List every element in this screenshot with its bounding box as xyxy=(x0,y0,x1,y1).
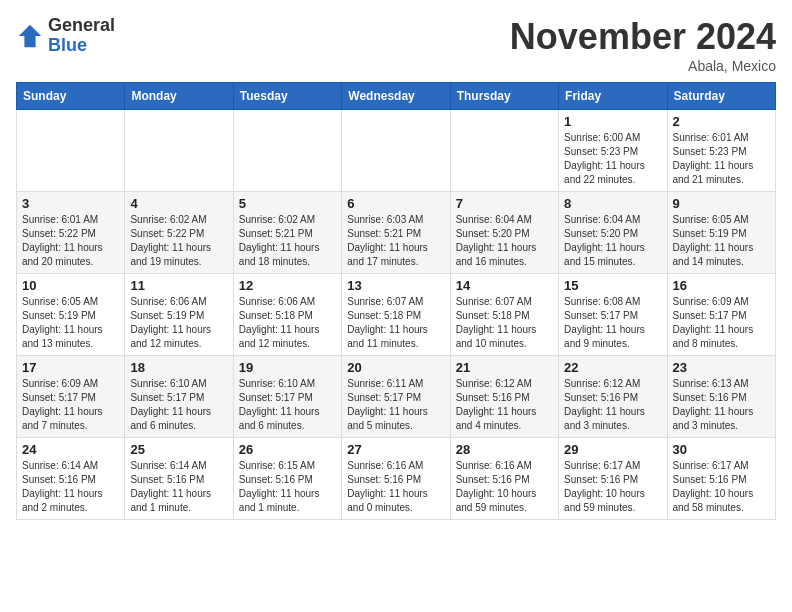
day-info: Sunrise: 6:16 AM Sunset: 5:16 PM Dayligh… xyxy=(347,459,444,515)
calendar-cell: 1Sunrise: 6:00 AM Sunset: 5:23 PM Daylig… xyxy=(559,110,667,192)
calendar-table: SundayMondayTuesdayWednesdayThursdayFrid… xyxy=(16,82,776,520)
calendar-cell: 14Sunrise: 6:07 AM Sunset: 5:18 PM Dayli… xyxy=(450,274,558,356)
day-info: Sunrise: 6:13 AM Sunset: 5:16 PM Dayligh… xyxy=(673,377,770,433)
calendar-cell xyxy=(17,110,125,192)
day-info: Sunrise: 6:11 AM Sunset: 5:17 PM Dayligh… xyxy=(347,377,444,433)
day-number: 4 xyxy=(130,196,227,211)
day-number: 24 xyxy=(22,442,119,457)
day-number: 1 xyxy=(564,114,661,129)
day-info: Sunrise: 6:05 AM Sunset: 5:19 PM Dayligh… xyxy=(22,295,119,351)
calendar-cell: 13Sunrise: 6:07 AM Sunset: 5:18 PM Dayli… xyxy=(342,274,450,356)
calendar-cell: 20Sunrise: 6:11 AM Sunset: 5:17 PM Dayli… xyxy=(342,356,450,438)
day-number: 12 xyxy=(239,278,336,293)
calendar-header-row: SundayMondayTuesdayWednesdayThursdayFrid… xyxy=(17,83,776,110)
day-info: Sunrise: 6:10 AM Sunset: 5:17 PM Dayligh… xyxy=(239,377,336,433)
day-number: 15 xyxy=(564,278,661,293)
title-block: November 2024 Abala, Mexico xyxy=(510,16,776,74)
calendar-header-thursday: Thursday xyxy=(450,83,558,110)
day-info: Sunrise: 6:03 AM Sunset: 5:21 PM Dayligh… xyxy=(347,213,444,269)
calendar-cell xyxy=(233,110,341,192)
calendar-header-saturday: Saturday xyxy=(667,83,775,110)
day-number: 28 xyxy=(456,442,553,457)
day-info: Sunrise: 6:04 AM Sunset: 5:20 PM Dayligh… xyxy=(564,213,661,269)
calendar-header-sunday: Sunday xyxy=(17,83,125,110)
day-number: 25 xyxy=(130,442,227,457)
day-info: Sunrise: 6:01 AM Sunset: 5:23 PM Dayligh… xyxy=(673,131,770,187)
day-info: Sunrise: 6:05 AM Sunset: 5:19 PM Dayligh… xyxy=(673,213,770,269)
day-number: 21 xyxy=(456,360,553,375)
calendar-cell xyxy=(342,110,450,192)
calendar-week-row: 1Sunrise: 6:00 AM Sunset: 5:23 PM Daylig… xyxy=(17,110,776,192)
calendar-cell: 15Sunrise: 6:08 AM Sunset: 5:17 PM Dayli… xyxy=(559,274,667,356)
day-number: 29 xyxy=(564,442,661,457)
calendar-cell: 4Sunrise: 6:02 AM Sunset: 5:22 PM Daylig… xyxy=(125,192,233,274)
calendar-cell: 6Sunrise: 6:03 AM Sunset: 5:21 PM Daylig… xyxy=(342,192,450,274)
day-info: Sunrise: 6:09 AM Sunset: 5:17 PM Dayligh… xyxy=(673,295,770,351)
logo-icon xyxy=(16,22,44,50)
day-info: Sunrise: 6:06 AM Sunset: 5:18 PM Dayligh… xyxy=(239,295,336,351)
calendar-cell: 29Sunrise: 6:17 AM Sunset: 5:16 PM Dayli… xyxy=(559,438,667,520)
day-info: Sunrise: 6:17 AM Sunset: 5:16 PM Dayligh… xyxy=(564,459,661,515)
day-number: 30 xyxy=(673,442,770,457)
calendar-cell: 10Sunrise: 6:05 AM Sunset: 5:19 PM Dayli… xyxy=(17,274,125,356)
day-number: 8 xyxy=(564,196,661,211)
location: Abala, Mexico xyxy=(510,58,776,74)
day-info: Sunrise: 6:07 AM Sunset: 5:18 PM Dayligh… xyxy=(456,295,553,351)
day-number: 9 xyxy=(673,196,770,211)
day-number: 10 xyxy=(22,278,119,293)
day-number: 22 xyxy=(564,360,661,375)
calendar-header-tuesday: Tuesday xyxy=(233,83,341,110)
day-number: 2 xyxy=(673,114,770,129)
day-info: Sunrise: 6:10 AM Sunset: 5:17 PM Dayligh… xyxy=(130,377,227,433)
calendar-cell: 28Sunrise: 6:16 AM Sunset: 5:16 PM Dayli… xyxy=(450,438,558,520)
day-number: 3 xyxy=(22,196,119,211)
calendar-header-monday: Monday xyxy=(125,83,233,110)
day-number: 26 xyxy=(239,442,336,457)
day-info: Sunrise: 6:00 AM Sunset: 5:23 PM Dayligh… xyxy=(564,131,661,187)
calendar-week-row: 10Sunrise: 6:05 AM Sunset: 5:19 PM Dayli… xyxy=(17,274,776,356)
calendar-cell: 23Sunrise: 6:13 AM Sunset: 5:16 PM Dayli… xyxy=(667,356,775,438)
day-number: 27 xyxy=(347,442,444,457)
day-info: Sunrise: 6:07 AM Sunset: 5:18 PM Dayligh… xyxy=(347,295,444,351)
day-number: 6 xyxy=(347,196,444,211)
calendar-cell xyxy=(450,110,558,192)
calendar-cell: 12Sunrise: 6:06 AM Sunset: 5:18 PM Dayli… xyxy=(233,274,341,356)
calendar-week-row: 3Sunrise: 6:01 AM Sunset: 5:22 PM Daylig… xyxy=(17,192,776,274)
logo-general: General xyxy=(48,16,115,36)
day-number: 14 xyxy=(456,278,553,293)
calendar-cell: 18Sunrise: 6:10 AM Sunset: 5:17 PM Dayli… xyxy=(125,356,233,438)
calendar-cell: 17Sunrise: 6:09 AM Sunset: 5:17 PM Dayli… xyxy=(17,356,125,438)
day-number: 16 xyxy=(673,278,770,293)
calendar-header-friday: Friday xyxy=(559,83,667,110)
calendar-cell: 27Sunrise: 6:16 AM Sunset: 5:16 PM Dayli… xyxy=(342,438,450,520)
calendar-cell: 5Sunrise: 6:02 AM Sunset: 5:21 PM Daylig… xyxy=(233,192,341,274)
day-info: Sunrise: 6:09 AM Sunset: 5:17 PM Dayligh… xyxy=(22,377,119,433)
calendar-cell: 21Sunrise: 6:12 AM Sunset: 5:16 PM Dayli… xyxy=(450,356,558,438)
day-info: Sunrise: 6:04 AM Sunset: 5:20 PM Dayligh… xyxy=(456,213,553,269)
calendar-cell xyxy=(125,110,233,192)
logo-text: General Blue xyxy=(48,16,115,56)
calendar-cell: 3Sunrise: 6:01 AM Sunset: 5:22 PM Daylig… xyxy=(17,192,125,274)
calendar-week-row: 17Sunrise: 6:09 AM Sunset: 5:17 PM Dayli… xyxy=(17,356,776,438)
day-number: 11 xyxy=(130,278,227,293)
day-number: 19 xyxy=(239,360,336,375)
month-title: November 2024 xyxy=(510,16,776,58)
day-number: 13 xyxy=(347,278,444,293)
day-info: Sunrise: 6:14 AM Sunset: 5:16 PM Dayligh… xyxy=(22,459,119,515)
day-info: Sunrise: 6:17 AM Sunset: 5:16 PM Dayligh… xyxy=(673,459,770,515)
calendar-cell: 30Sunrise: 6:17 AM Sunset: 5:16 PM Dayli… xyxy=(667,438,775,520)
logo-blue: Blue xyxy=(48,36,115,56)
calendar-cell: 16Sunrise: 6:09 AM Sunset: 5:17 PM Dayli… xyxy=(667,274,775,356)
page-header: General Blue November 2024 Abala, Mexico xyxy=(16,16,776,74)
day-number: 17 xyxy=(22,360,119,375)
calendar-cell: 24Sunrise: 6:14 AM Sunset: 5:16 PM Dayli… xyxy=(17,438,125,520)
calendar-cell: 8Sunrise: 6:04 AM Sunset: 5:20 PM Daylig… xyxy=(559,192,667,274)
day-info: Sunrise: 6:14 AM Sunset: 5:16 PM Dayligh… xyxy=(130,459,227,515)
calendar-cell: 22Sunrise: 6:12 AM Sunset: 5:16 PM Dayli… xyxy=(559,356,667,438)
calendar-cell: 7Sunrise: 6:04 AM Sunset: 5:20 PM Daylig… xyxy=(450,192,558,274)
day-info: Sunrise: 6:01 AM Sunset: 5:22 PM Dayligh… xyxy=(22,213,119,269)
day-info: Sunrise: 6:15 AM Sunset: 5:16 PM Dayligh… xyxy=(239,459,336,515)
day-number: 23 xyxy=(673,360,770,375)
day-number: 5 xyxy=(239,196,336,211)
svg-marker-0 xyxy=(19,25,41,47)
